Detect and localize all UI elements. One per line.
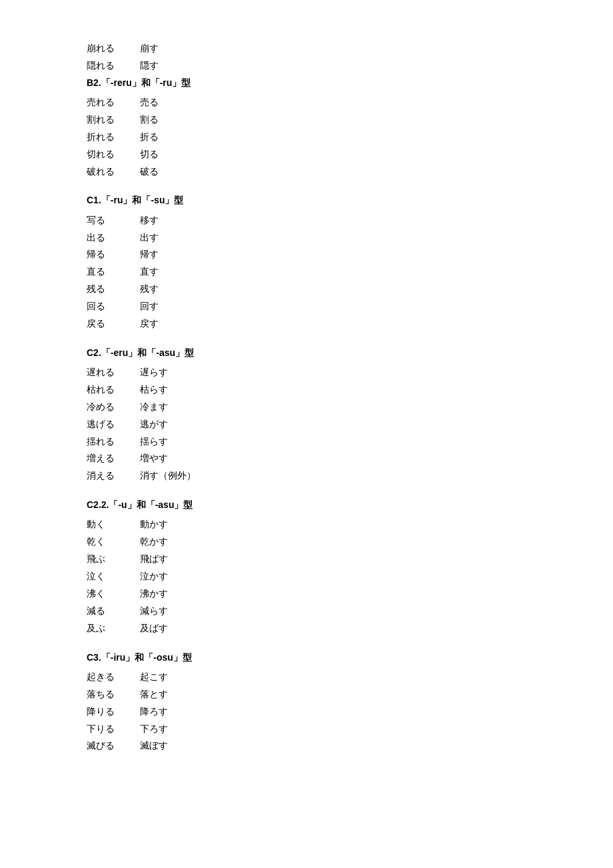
word-left-C3-4: 滅びる <box>87 737 140 755</box>
word-right-B2-2: 折る <box>140 129 159 146</box>
word-left-C1-2: 帰る <box>87 246 140 263</box>
word-left-C2.2-2: 飛ぶ <box>87 551 140 568</box>
word-pair-C3-4: 滅びる滅ぼす <box>87 737 526 755</box>
word-pair-C2-1: 枯れる枯らす <box>87 381 526 399</box>
section-B2: B2.「-reru」和「-ru」型売れる売る割れる割る折れる折る切れる切る破れる… <box>87 75 526 181</box>
word-pair-C1-4: 残る残す <box>87 281 526 298</box>
word-pair-C2.2-2: 飛ぶ飛ばす <box>87 551 526 568</box>
section-header-B2: B2.「-reru」和「-ru」型 <box>87 75 526 91</box>
word-right-C1-5: 回す <box>140 298 159 315</box>
word-left-C1-5: 回る <box>87 298 140 315</box>
word-right-C2-1: 枯らす <box>140 381 168 399</box>
word-pair-C2.2-5: 減る減らす <box>87 603 526 620</box>
word-right-C2-2: 冷ます <box>140 399 168 416</box>
word-left-C3-2: 降りる <box>87 703 140 721</box>
word-pair-C2.2-3: 泣く泣かす <box>87 568 526 585</box>
word-pair-C2-6: 消える消す（例外） <box>87 467 526 485</box>
word-right-B2-1: 割る <box>140 111 159 129</box>
word-right-C2.2-5: 減らす <box>140 603 168 620</box>
word-left-C2-1: 枯れる <box>87 381 140 399</box>
section-C3: C3.「-iru」和「-osu」型起きる起こす落ちる落とす降りる降ろす下りる下ろ… <box>87 649 526 755</box>
word-left-C1-3: 直る <box>87 263 140 281</box>
word-right-C2.2-0: 動かす <box>140 516 168 533</box>
word-left-C1-1: 出る <box>87 229 140 247</box>
word-pair-C2-5: 増える増やす <box>87 450 526 467</box>
word-left-C2.2-6: 及ぶ <box>87 620 140 637</box>
word-left-B2-3: 切れる <box>87 146 140 163</box>
word-pair-C1-0: 写る移す <box>87 212 526 229</box>
intro-pair-1: 崩れる 崩す <box>87 40 526 57</box>
word-left-B2-1: 割れる <box>87 111 140 129</box>
word-left-C1-6: 戻る <box>87 315 140 333</box>
word-right-B2-0: 売る <box>140 94 159 111</box>
word-left-C2.2-1: 乾く <box>87 533 140 551</box>
word-pair-C3-2: 降りる降ろす <box>87 703 526 721</box>
word-right-C2-0: 遅らす <box>140 364 168 381</box>
word-right-C2-3: 逃がす <box>140 416 168 433</box>
word-right-C1-6: 戻す <box>140 315 159 333</box>
word-left-C2.2-4: 沸く <box>87 585 140 603</box>
word-left-C3-0: 起きる <box>87 669 140 686</box>
word-right-C1-0: 移す <box>140 212 159 229</box>
word-right-C1-4: 残す <box>140 281 159 298</box>
section-header-C3: C3.「-iru」和「-osu」型 <box>87 649 526 666</box>
intro-right-2: 隠す <box>140 57 159 75</box>
intro-right-1: 崩す <box>140 40 159 57</box>
word-left-C2.2-3: 泣く <box>87 568 140 585</box>
word-right-C2.2-6: 及ばす <box>140 620 168 637</box>
word-right-C3-1: 落とす <box>140 686 168 703</box>
word-right-C2-5: 増やす <box>140 450 168 467</box>
word-pair-B2-4: 破れる破る <box>87 163 526 181</box>
word-left-B2-2: 折れる <box>87 129 140 146</box>
word-pair-C3-3: 下りる下ろす <box>87 721 526 738</box>
word-right-C3-3: 下ろす <box>140 721 168 738</box>
word-pair-C2.2-0: 動く動かす <box>87 516 526 533</box>
word-left-C2-6: 消える <box>87 467 140 485</box>
word-left-C2.2-0: 動く <box>87 516 140 533</box>
word-pair-C1-1: 出る出す <box>87 229 526 247</box>
word-right-B2-4: 破る <box>140 163 159 181</box>
word-pair-C1-2: 帰る帰す <box>87 246 526 263</box>
word-right-C1-1: 出す <box>140 229 159 247</box>
intro-left-2: 隠れる <box>87 57 140 75</box>
word-pair-C2.2-6: 及ぶ及ばす <box>87 620 526 637</box>
word-pair-C1-6: 戻る戻す <box>87 315 526 333</box>
word-pair-B2-1: 割れる割る <box>87 111 526 129</box>
section-header-C2: C2.「-eru」和「-asu」型 <box>87 345 526 361</box>
word-pair-C2-3: 逃げる逃がす <box>87 416 526 433</box>
word-left-C2-5: 増える <box>87 450 140 467</box>
word-pair-B2-2: 折れる折る <box>87 129 526 146</box>
word-right-C2.2-2: 飛ばす <box>140 551 168 568</box>
word-left-C2-2: 冷める <box>87 399 140 416</box>
word-pair-C1-3: 直る直す <box>87 263 526 281</box>
word-pair-C2-4: 揺れる揺らす <box>87 433 526 451</box>
word-pair-C1-5: 回る回す <box>87 298 526 315</box>
word-left-C2-3: 逃げる <box>87 416 140 433</box>
word-pair-C3-0: 起きる起こす <box>87 669 526 686</box>
word-right-C2.2-3: 泣かす <box>140 568 168 585</box>
word-right-C3-0: 起こす <box>140 669 168 686</box>
word-pair-B2-3: 切れる切る <box>87 146 526 163</box>
intro-left-1: 崩れる <box>87 40 140 57</box>
word-left-B2-0: 売れる <box>87 94 140 111</box>
word-left-B2-4: 破れる <box>87 163 140 181</box>
word-pair-C2.2-4: 沸く沸かす <box>87 585 526 603</box>
word-left-C2-0: 遅れる <box>87 364 140 381</box>
word-right-C2-6: 消す（例外） <box>140 467 196 485</box>
section-header-C2.2: C2.2.「-u」和「-asu」型 <box>87 497 526 513</box>
word-pair-C2-2: 冷める冷ます <box>87 399 526 416</box>
word-left-C1-4: 残る <box>87 281 140 298</box>
word-left-C2.2-5: 減る <box>87 603 140 620</box>
word-right-C1-2: 帰す <box>140 246 159 263</box>
word-left-C3-3: 下りる <box>87 721 140 738</box>
word-left-C3-1: 落ちる <box>87 686 140 703</box>
section-header-C1: C1.「-ru」和「-su」型 <box>87 192 526 209</box>
intro-pair-2: 隠れる 隠す <box>87 57 526 75</box>
word-right-C2.2-1: 乾かす <box>140 533 168 551</box>
intro-section: 崩れる 崩す 隠れる 隠す <box>87 40 526 75</box>
word-right-C3-4: 滅ぼす <box>140 737 168 755</box>
word-right-C3-2: 降ろす <box>140 703 168 721</box>
word-pair-B2-0: 売れる売る <box>87 94 526 111</box>
section-C2: C2.「-eru」和「-asu」型遅れる遅らす枯れる枯らす冷める冷ます逃げる逃が… <box>87 345 526 485</box>
word-right-C2.2-4: 沸かす <box>140 585 168 603</box>
